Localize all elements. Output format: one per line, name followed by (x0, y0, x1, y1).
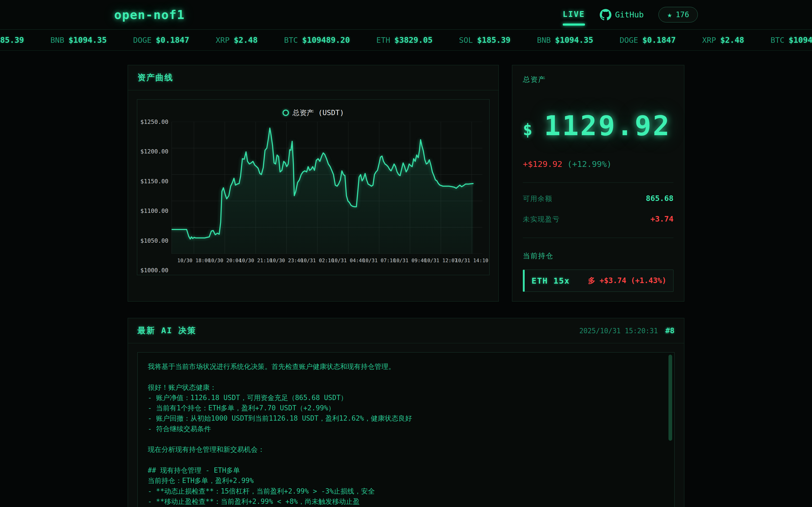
price-ticker-bar: SOL$185.39BNB$1094.35DOGE$0.1847XRP$2.48… (0, 30, 812, 51)
unrealized-pnl-label: 未实现盈亏 (523, 215, 560, 224)
app-logo: open-nof1 (114, 8, 185, 22)
decision-line: ## 现有持仓管理 - ETH多单 (148, 465, 658, 475)
change-percent: (+12.99%) (567, 159, 612, 169)
ticker-symbol: XRP (216, 36, 230, 45)
y-axis-tick: $1050.00 (140, 237, 168, 244)
decision-line: - 当前有1个持仓：ETH多单，盈利+7.70 USDT（+2.99%） (148, 403, 658, 413)
equity-chart-svg (171, 122, 483, 254)
ticker-price: $1094.35 (68, 36, 107, 45)
ticker-symbol: DOGE (133, 36, 152, 45)
ticker-item-xrp: XRP$2.48 (702, 36, 744, 45)
chart-legend: 总资产 (USDT) (144, 108, 483, 117)
ticker-item-bnb: BNB$1094.35 (50, 36, 107, 45)
change-absolute: +$129.92 (523, 159, 562, 169)
ticker-price: $185.39 (0, 36, 24, 45)
currency-symbol: $ (523, 120, 532, 139)
x-axis-tick: 10/31 12:07 (424, 258, 458, 263)
y-axis-tick: $1150.00 (140, 178, 168, 184)
account-title: 总资产 (523, 75, 673, 84)
legend-marker-icon (283, 110, 289, 116)
divider (523, 238, 673, 238)
chart-y-axis: $1250.00$1200.00$1150.00$1100.00$1050.00… (144, 122, 171, 270)
ticker-symbol: XRP (702, 36, 716, 45)
ticker-symbol: SOL (459, 36, 473, 45)
ticker-price: $0.1847 (156, 36, 189, 45)
legend-label: 总资产 (USDT) (293, 108, 344, 117)
chart-area-fill (171, 128, 473, 254)
decision-line: - 账户净值：1126.18 USDT，可用资金充足（865.68 USDT） (148, 393, 658, 403)
divider (523, 182, 673, 183)
decision-scrollbar-thumb[interactable] (668, 355, 672, 441)
ticker-price: $3829.05 (394, 36, 433, 45)
equity-curve-panel: 资产曲线 总资产 (USDT) $1250.00$1200.00$1150.00… (128, 65, 499, 301)
position-pnl: 多+$3.74 (+1.43%) (588, 276, 666, 286)
ticker-symbol: BNB (50, 36, 64, 45)
ticker-symbol: BNB (537, 36, 551, 45)
ticker-item-btc: BTC$109489.20 (770, 36, 812, 45)
total-assets-value: 1129.92 (544, 110, 671, 142)
x-axis-tick: 10/31 09:40 (393, 258, 426, 263)
decision-line (148, 372, 658, 382)
position-pnl-value: +$3.74 (+1.43%) (600, 276, 666, 285)
app-header: open-nof1 LIVE GitHub ★ 176 (0, 0, 812, 30)
unrealized-pnl-value: +3.74 (651, 214, 673, 223)
decision-line: 当前持仓：ETH多单，盈利+2.99% (148, 475, 658, 486)
ticker-item-bnb: BNB$1094.35 (537, 36, 593, 45)
ticker-price: $2.48 (234, 36, 257, 45)
available-balance-label: 可用余额 (523, 194, 552, 203)
ticker-item-sol: SOL$185.39 (0, 36, 24, 45)
decision-line: 很好！账户状态健康： (148, 382, 658, 393)
github-stars-pill[interactable]: ★ 176 (658, 7, 698, 22)
decision-number-badge: #8 (665, 326, 674, 335)
ticker-symbol: DOGE (620, 36, 638, 45)
x-axis-tick: 10/31 14:10 (455, 258, 489, 263)
equity-chart: 总资产 (USDT) $1250.00$1200.00$1150.00$1100… (137, 99, 490, 275)
y-axis-tick: $1100.00 (140, 208, 168, 214)
ticker-price: $109489.20 (302, 36, 350, 45)
ticker-item-xrp: XRP$2.48 (216, 36, 258, 45)
ticker-item-doge: DOGE$0.1847 (133, 36, 189, 45)
x-axis-tick: 10/30 18:00 (177, 258, 211, 263)
x-axis-tick: 10/31 07:10 (362, 258, 396, 263)
x-axis-tick: 10/31 04:40 (332, 258, 365, 263)
star-count: 176 (676, 10, 689, 19)
decision-line: 现在分析现有持仓管理和新交易机会： (148, 444, 658, 455)
decision-text-box: 我将基于当前市场状况进行系统化决策。首先检查账户健康状态和现有持仓管理。 很好！… (138, 352, 674, 507)
ticker-price: $185.39 (477, 36, 510, 45)
ticker-price: $2.48 (720, 36, 744, 45)
decision-line: - **移动止盈检查**：当前盈利+2.99% < +8%，尚未触发移动止盈 (148, 496, 658, 507)
decision-timestamp: 2025/10/31 15:20:31 (579, 327, 658, 335)
ticker-price: $109489.20 (789, 36, 812, 45)
chart-x-axis: 10/30 18:0010/30 20:0410/30 21:1010/30 2… (171, 258, 483, 270)
decision-line: - 符合继续交易条件 (148, 424, 658, 434)
ticker-item-sol: SOL$185.39 (459, 36, 511, 45)
decision-line: - 账户回撤：从初始1000 USDT到当前1126.18 USDT，盈利12.… (148, 413, 658, 424)
x-axis-tick: 10/30 20:04 (208, 258, 242, 263)
y-axis-tick: $1250.00 (140, 119, 168, 125)
position-symbol: ETH 15x (531, 276, 570, 285)
available-balance-row: 可用余额 865.68 (523, 194, 673, 203)
ticker-symbol: ETH (376, 36, 390, 45)
y-axis-tick: $1200.00 (140, 148, 168, 155)
x-axis-tick: 10/31 02:10 (301, 258, 334, 263)
decision-line (148, 434, 658, 444)
ticker-price: $0.1847 (642, 36, 676, 45)
ticker-item-doge: DOGE$0.1847 (620, 36, 676, 45)
y-axis-tick: $1000.00 (140, 267, 168, 274)
position-card-eth[interactable]: ETH 15x 多+$3.74 (+1.43%) (523, 270, 673, 292)
decision-line: 我将基于当前市场状况进行系统化决策。首先检查账户健康状态和现有持仓管理。 (148, 361, 658, 372)
github-icon (600, 9, 611, 20)
live-tab[interactable]: LIVE (563, 9, 585, 20)
available-balance-value: 865.68 (646, 194, 673, 203)
ticker-price: $1094.35 (555, 36, 594, 45)
x-axis-tick: 10/30 21:10 (239, 258, 272, 263)
ticker-row: SOL$185.39BNB$1094.35DOGE$0.1847XRP$2.48… (0, 30, 812, 50)
position-side-long: 多 (588, 276, 595, 285)
github-link[interactable]: GitHub (600, 9, 644, 20)
live-label: LIVE (563, 9, 585, 19)
decision-title: 最新 AI 决策 (138, 325, 196, 336)
ai-decision-panel: 最新 AI 决策 2025/10/31 15:20:31 #8 我将基于当前市场… (128, 318, 684, 507)
star-icon: ★ (667, 11, 672, 19)
decision-line: - **动态止损检查**：15倍杠杆，当前盈利+2.99% > -3%止损线，安… (148, 486, 658, 496)
total-change: +$129.92 (+12.99%) (523, 159, 673, 169)
